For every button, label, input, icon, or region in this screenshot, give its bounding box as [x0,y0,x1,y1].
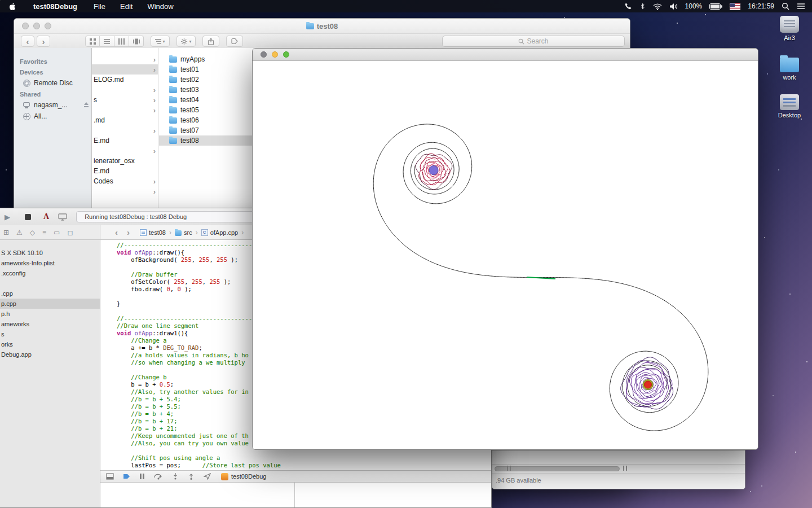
finder-item-codes[interactable]: Codes› [92,176,158,186]
jumpbar-item-test08[interactable]: test08 [140,229,166,236]
share-icon [208,38,214,45]
close-button[interactable] [22,23,29,29]
xcode-file-p-h[interactable]: p.h [0,309,100,319]
menu-file[interactable]: File [86,2,113,11]
battery-icon[interactable] [709,3,722,10]
debug-process-label: test08Debug [231,473,266,480]
spotlight-icon[interactable] [782,2,789,10]
xcode-file--cpp[interactable]: .cpp [0,288,100,299]
scrollbar-thumb[interactable] [495,466,620,471]
finder-item-item[interactable]: › [92,85,158,95]
eject-icon[interactable] [83,102,89,108]
proxy-folder-icon[interactable] [306,23,314,29]
step-out-button[interactable] [188,473,195,480]
arrange-button[interactable]: ▾ [151,36,170,47]
volume-icon[interactable] [669,3,678,10]
edit-tags-button[interactable] [226,36,243,47]
apple-menu[interactable] [0,2,24,11]
debug-process-chip[interactable]: test08Debug [221,473,266,480]
forward-button[interactable]: › [37,36,50,47]
desktop-icon-work[interactable]: work [771,55,807,81]
xcode-file-item[interactable] [0,278,100,288]
folder-icon [169,67,177,73]
menu-bar-clock[interactable]: 16:21:59 [748,2,774,10]
xcode-file-p-cpp[interactable]: p.cpp [0,299,100,309]
sidebar-item-nagasm-[interactable]: nagasm_... [14,99,91,111]
pause-button[interactable] [139,473,145,480]
column-resize-handle[interactable] [623,466,627,471]
breakpoint-navigator-tab[interactable]: ▭ [54,229,60,237]
finder-title-bar[interactable]: test08 [14,19,630,34]
finder-item-s[interactable]: s› [92,95,158,105]
xcode-file-ameworks-info-plist[interactable]: ameworks-Info.plist [0,258,100,268]
back-horizontal-scrollbar[interactable] [492,464,745,474]
hide-debug-area-button[interactable] [106,473,114,480]
step-into-button[interactable] [172,473,179,480]
run-button[interactable]: ▶ [5,213,10,221]
editor-forward-button[interactable]: › [122,227,134,237]
test-navigator-tab[interactable]: ◇ [30,229,35,237]
search-icon [518,38,524,45]
finder-item-item[interactable]: › [92,54,158,64]
finder-item-e-md[interactable]: E.md [92,135,158,146]
finder-item--md[interactable]: .md [92,115,158,125]
zoom-button[interactable] [45,23,51,29]
desktop-icon-desktop[interactable]: Desktop [771,94,807,119]
xcode-file-s[interactable]: s [0,329,100,339]
device-icon[interactable] [58,213,67,221]
step-over-button[interactable] [154,473,163,480]
xcode-file-s-x-sdk-10-10[interactable]: S X SDK 10.10 [0,248,100,258]
finder-item-ienerator-osx[interactable]: ienerator_osx [92,156,158,166]
bluetooth-icon[interactable] [639,2,646,10]
input-language-flag-icon[interactable] [730,3,740,10]
report-navigator-tab[interactable]: ◻ [67,229,73,237]
finder-item-item[interactable]: › [92,186,158,196]
wifi-icon[interactable] [653,3,662,10]
action-button[interactable]: ▾ [176,36,196,47]
desktop-icon-air3[interactable]: Air3 [771,16,807,41]
sidebar-item-remote-disc[interactable]: Remote Disc [14,77,91,89]
stop-button[interactable] [25,214,31,220]
scheme-app-icon[interactable]: A [43,212,49,221]
xcode-file-debug-app[interactable]: Debug.app [0,349,100,360]
xcode-file--xcconfig[interactable]: .xcconfig [0,268,100,278]
list-view-button[interactable] [100,36,114,47]
finder-item-elog-md[interactable]: ELOG.md [92,75,158,85]
column-resize-handle[interactable] [507,466,511,471]
minimize-button[interactable] [272,51,278,58]
desktop-icon-label: work [783,74,796,81]
active-app-menu[interactable]: test08Debug [24,2,86,11]
simulate-location-button[interactable] [204,473,211,480]
debug-pane-divider[interactable] [294,483,295,507]
finder-item-e-md[interactable]: E.md [92,166,158,176]
finder-item-item[interactable]: › [92,105,158,115]
editor-back-button[interactable]: ‹ [111,227,122,237]
app-title-bar[interactable] [253,49,758,61]
chevron-right-icon: › [153,65,156,74]
finder-item-item[interactable]: › [92,64,158,75]
close-button[interactable] [261,51,267,58]
xcode-file-orks[interactable]: orks [0,339,100,349]
project-navigator-tab[interactable]: ⊞ [3,229,9,237]
breakpoints-toggle-button[interactable] [123,473,130,480]
finder-item-item[interactable]: › [92,146,158,156]
sidebar-item-all-[interactable]: All... [14,111,91,122]
jumpbar-item-src[interactable]: src [175,229,192,236]
icon-view-button[interactable] [85,36,100,47]
back-button[interactable]: ‹ [21,36,34,47]
menu-window[interactable]: Window [140,2,180,11]
column-view-button[interactable] [114,36,129,47]
issue-navigator-tab[interactable]: ⚠ [16,229,23,237]
menu-edit[interactable]: Edit [113,2,140,11]
coverflow-view-button[interactable] [129,36,144,47]
search-field[interactable]: Search [442,36,625,47]
zoom-button[interactable] [283,51,289,58]
minimize-button[interactable] [33,23,40,29]
jumpbar-item-ofapp-cpp[interactable]: CofApp.cpp [201,229,239,236]
debug-navigator-tab[interactable]: ≡ [42,229,46,237]
notification-center-icon[interactable] [797,3,805,10]
phone-status-icon[interactable] [624,2,632,10]
xcode-file-ameworks[interactable]: ameworks [0,319,100,329]
share-button[interactable] [202,36,219,47]
finder-item-item[interactable]: › [92,125,158,135]
